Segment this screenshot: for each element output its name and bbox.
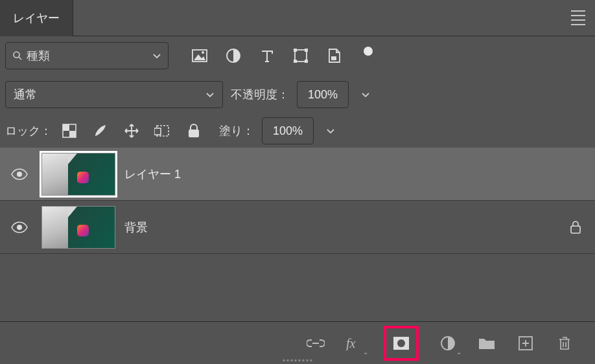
svg-rect-16	[154, 128, 161, 135]
layer-name[interactable]: 背景	[124, 220, 148, 235]
eye-icon	[11, 222, 28, 233]
chevron-down-icon	[326, 126, 335, 135]
opacity-input[interactable]: 100%	[297, 81, 349, 108]
delete-layer-button[interactable]	[555, 334, 574, 353]
chevron-down-icon	[152, 51, 161, 60]
layer-thumbnail[interactable]	[41, 153, 115, 196]
svg-rect-10	[305, 60, 308, 63]
trash-icon	[558, 336, 571, 351]
panel-title: レイヤー	[13, 10, 60, 26]
lock-row: ロック： 塗り： 100%	[0, 114, 595, 148]
lock-transparency-icon[interactable]	[61, 122, 78, 139]
lock-icon	[570, 221, 581, 234]
svg-point-23	[397, 339, 405, 347]
blend-mode-dropdown[interactable]: 通常	[5, 81, 223, 108]
svg-marker-3	[194, 54, 205, 60]
layer-name[interactable]: レイヤー 1	[124, 166, 181, 182]
pixel-layer-filter-icon[interactable]	[192, 48, 207, 63]
svg-point-19	[17, 225, 22, 230]
layer-thumbnail[interactable]	[41, 206, 115, 249]
chevron-down-icon: ⌄	[363, 348, 368, 356]
visibility-toggle[interactable]	[0, 168, 39, 180]
layer-filter-dropdown[interactable]: 種類	[5, 42, 169, 69]
resize-grip[interactable]	[283, 359, 312, 361]
lock-artboard-icon[interactable]	[154, 122, 171, 139]
fill-input[interactable]: 100%	[262, 117, 314, 144]
opacity-value: 100%	[308, 88, 338, 102]
add-mask-button[interactable]	[384, 326, 419, 361]
shape-layer-filter-icon[interactable]	[293, 48, 309, 63]
folder-icon	[478, 337, 495, 350]
adjustment-icon	[440, 336, 456, 351]
panel-tab-layers[interactable]: レイヤー	[0, 0, 73, 36]
lock-position-icon[interactable]	[123, 122, 140, 139]
filter-row: 種類	[0, 36, 595, 75]
opacity-label: 不透明度：	[231, 87, 289, 102]
new-group-button[interactable]	[477, 334, 496, 353]
link-icon	[307, 337, 325, 349]
filter-label: 種類	[27, 48, 50, 63]
svg-point-0	[14, 52, 19, 58]
svg-rect-17	[189, 130, 199, 137]
layer-list: レイヤー 1 背景	[0, 148, 595, 254]
adjustment-layer-filter-icon[interactable]	[226, 48, 241, 63]
smartobject-layer-filter-icon[interactable]	[327, 48, 342, 63]
chevron-down-icon	[205, 90, 215, 99]
svg-rect-8	[305, 49, 308, 52]
layer-row[interactable]: レイヤー 1	[0, 148, 595, 201]
eye-icon	[11, 168, 28, 180]
filter-toggle-switch[interactable]	[360, 47, 376, 65]
fill-flyout-button[interactable]	[321, 117, 340, 144]
panel-menu-icon[interactable]	[565, 5, 591, 31]
layer-lock-indicator[interactable]	[556, 221, 595, 234]
chevron-down-icon: ⌄	[456, 348, 461, 356]
lock-all-icon[interactable]	[185, 122, 202, 139]
new-adjustment-layer-button[interactable]: ⌄	[438, 334, 458, 353]
svg-text:fx: fx	[346, 336, 356, 350]
svg-rect-20	[571, 226, 580, 233]
blend-mode-value: 通常	[14, 87, 37, 102]
blend-row: 通常 不透明度： 100%	[0, 75, 595, 114]
fill-label: 塗り：	[219, 123, 254, 139]
layer-style-button[interactable]: fx ⌄	[345, 334, 364, 353]
mask-icon	[393, 336, 410, 350]
svg-point-18	[17, 172, 22, 177]
new-layer-button[interactable]	[516, 334, 535, 353]
panel-header: レイヤー	[0, 0, 595, 36]
svg-rect-7	[294, 49, 297, 52]
panel-footer: fx ⌄ ⌄	[0, 321, 595, 364]
new-icon	[519, 336, 533, 350]
chevron-down-icon	[361, 90, 370, 99]
layer-type-icons	[192, 47, 376, 65]
visibility-toggle[interactable]	[0, 222, 39, 233]
svg-point-4	[202, 51, 204, 54]
search-icon	[12, 51, 23, 61]
svg-rect-11	[331, 56, 336, 60]
svg-line-1	[19, 57, 21, 60]
opacity-flyout-button[interactable]	[356, 81, 375, 108]
svg-rect-9	[294, 60, 297, 63]
svg-rect-14	[69, 131, 76, 137]
lock-pixels-icon[interactable]	[92, 122, 109, 139]
link-layers-button[interactable]	[306, 334, 325, 353]
svg-rect-13	[63, 124, 69, 131]
layer-row[interactable]: 背景	[0, 201, 595, 254]
lock-label: ロック：	[5, 123, 52, 139]
fx-icon: fx	[346, 336, 363, 350]
fill-value: 100%	[273, 124, 303, 138]
type-layer-filter-icon[interactable]	[259, 48, 275, 63]
